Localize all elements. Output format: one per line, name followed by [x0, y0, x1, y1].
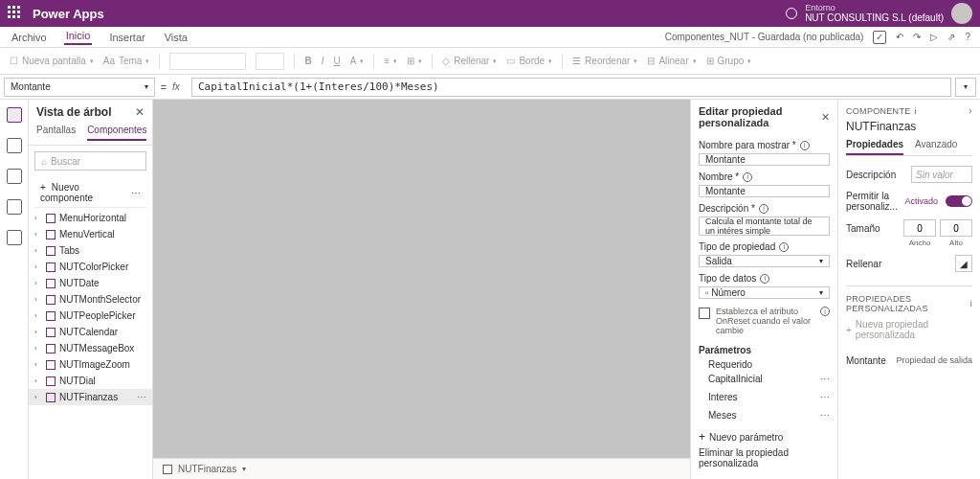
- fill-button[interactable]: ◇ Rellenar ▾: [442, 56, 497, 66]
- info-icon[interactable]: i: [915, 106, 917, 116]
- info-icon[interactable]: i: [760, 274, 769, 284]
- close-icon[interactable]: ✕: [821, 111, 830, 124]
- tree-tab-components[interactable]: Componentes: [87, 125, 146, 141]
- redo-icon[interactable]: ↷: [913, 32, 921, 42]
- align-group-button[interactable]: ⊟ Alinear ▾: [647, 56, 696, 66]
- tree-item[interactable]: ›MenuHorizontal: [29, 210, 152, 226]
- custom-prop-name[interactable]: Montante: [846, 355, 886, 366]
- tree-search-input[interactable]: ⌕ Buscar: [34, 151, 146, 171]
- border-button[interactable]: ▭ Borde ▾: [506, 56, 552, 66]
- param-row[interactable]: Interes⋯: [699, 388, 830, 406]
- height-input[interactable]: [940, 219, 972, 237]
- onreset-checkbox[interactable]: [699, 308, 710, 319]
- name-input[interactable]: Montante: [699, 185, 830, 197]
- align-button[interactable]: ≡▾: [384, 56, 397, 66]
- group-button[interactable]: ⊞ Grupo ▾: [706, 56, 752, 66]
- param-row[interactable]: Meses⋯: [699, 406, 830, 424]
- formula-input[interactable]: CapitalInicial*(1+(Interes/100)*Meses): [191, 78, 951, 97]
- fx-icon[interactable]: fx: [172, 81, 191, 92]
- insert-icon[interactable]: [7, 138, 22, 153]
- media-icon[interactable]: [7, 199, 22, 215]
- tree-item[interactable]: ›NUTCalendar: [29, 324, 152, 340]
- more-icon[interactable]: ⋯: [820, 374, 830, 384]
- tree-item[interactable]: ›NUTImageZoom: [29, 356, 152, 373]
- valign-button[interactable]: ⊞▾: [407, 56, 422, 66]
- delete-property-link[interactable]: Eliminar la propiedad personalizada: [699, 447, 830, 468]
- tree-panel: Vista de árbol ✕ Pantallas Componentes ⌕…: [29, 100, 153, 479]
- allow-customize-toggle[interactable]: [946, 195, 972, 207]
- param-row[interactable]: CapitalInicial⋯: [699, 370, 830, 388]
- help-icon[interactable]: ?: [965, 32, 970, 42]
- chevron-down-icon[interactable]: ▾: [242, 465, 246, 473]
- tree-item[interactable]: ›NUTDate: [29, 275, 152, 291]
- tree-item[interactable]: ›NUTPeoplePicker: [29, 308, 152, 324]
- description-input[interactable]: Calcula el montante total de un intéres …: [699, 217, 830, 236]
- data-type-select[interactable]: ▫ Número▾: [699, 286, 830, 299]
- tab-archivo[interactable]: Archivo: [10, 32, 49, 43]
- more-icon[interactable]: ⋯: [137, 392, 146, 402]
- data-type-label: Tipo de datosi: [699, 273, 830, 284]
- advanced-tools-icon[interactable]: [7, 230, 22, 245]
- share-icon[interactable]: ⇗: [947, 32, 955, 42]
- reorder-button[interactable]: ☰ Reordenar ▾: [572, 56, 637, 66]
- new-screen-button[interactable]: ☐ Nueva pantalla ▾: [10, 56, 94, 66]
- canvas[interactable]: NUTFinanzas ▾: [153, 100, 691, 479]
- new-custom-property-button[interactable]: +Nueva propiedad personalizada: [846, 319, 972, 340]
- info-icon[interactable]: i: [800, 141, 810, 150]
- font-color-button[interactable]: A▾: [350, 56, 365, 66]
- tree-close-icon[interactable]: ✕: [135, 105, 145, 119]
- tree-title: Vista de árbol: [36, 105, 135, 119]
- avatar[interactable]: [951, 3, 972, 24]
- formula-expand-icon[interactable]: ▾: [955, 78, 976, 97]
- component-list: ›MenuHorizontal ›MenuVertical ›Tabs ›NUT…: [29, 210, 152, 479]
- display-name-input[interactable]: Montante: [699, 153, 830, 166]
- more-icon[interactable]: ⋯: [131, 188, 141, 198]
- bold-button[interactable]: B: [304, 56, 311, 66]
- property-selector[interactable]: Montante▾: [4, 78, 155, 97]
- tree-tab-screens[interactable]: Pantallas: [36, 125, 76, 141]
- theme-button[interactable]: Aa Tema ▾: [103, 56, 150, 66]
- tree-view-icon[interactable]: [7, 107, 22, 123]
- fill-color-button[interactable]: ◢: [955, 255, 972, 272]
- tree-item[interactable]: ›NUTFinanzas⋯: [29, 389, 152, 405]
- component-name: NUTFinanzas: [846, 120, 972, 133]
- tab-vista[interactable]: Vista: [163, 32, 189, 43]
- font-size-selector[interactable]: [256, 53, 284, 70]
- doc-status: Componentes_NUT - Guardada (no publicada…: [665, 32, 864, 42]
- tree-item[interactable]: ›NUTMessageBox: [29, 340, 152, 356]
- environment-selector[interactable]: Entorno NUT CONSULTING S.L (default): [805, 4, 944, 24]
- properties-tab[interactable]: Propiedades: [846, 139, 903, 155]
- chevron-right-icon[interactable]: ›: [969, 105, 972, 116]
- font-selector[interactable]: [169, 53, 246, 70]
- tree-item[interactable]: ›NUTDial: [29, 373, 152, 389]
- info-icon[interactable]: i: [743, 172, 752, 182]
- left-rail: [0, 100, 29, 479]
- data-icon[interactable]: [7, 169, 22, 184]
- info-icon[interactable]: i: [820, 307, 830, 316]
- tree-item[interactable]: ›MenuVertical: [29, 226, 152, 242]
- tree-item[interactable]: ›NUTMonthSelector: [29, 291, 152, 308]
- undo-icon[interactable]: ↶: [896, 32, 903, 42]
- app-checker-icon[interactable]: ✓: [873, 31, 886, 44]
- play-icon[interactable]: ▷: [930, 32, 938, 42]
- tree-item[interactable]: ›Tabs: [29, 242, 152, 259]
- info-icon[interactable]: i: [970, 299, 972, 308]
- underline-button[interactable]: U: [333, 56, 340, 66]
- waffle-icon[interactable]: [8, 6, 23, 21]
- more-icon[interactable]: ⋯: [820, 410, 830, 421]
- environment-icon[interactable]: [786, 8, 797, 19]
- tab-insertar[interactable]: Insertar: [107, 32, 146, 43]
- property-type-select[interactable]: Salida▾: [699, 255, 830, 267]
- width-input[interactable]: [903, 219, 936, 237]
- description-prop-input[interactable]: Sin valor: [911, 166, 972, 183]
- info-icon[interactable]: i: [779, 242, 789, 252]
- more-icon[interactable]: ⋯: [820, 392, 830, 402]
- tab-inicio[interactable]: Inicio: [64, 30, 93, 45]
- info-icon[interactable]: i: [759, 204, 768, 214]
- new-component-button[interactable]: +Nuevo componente ⋯: [34, 178, 146, 208]
- tree-item[interactable]: ›NUTColorPicker: [29, 259, 152, 275]
- advanced-tab[interactable]: Avanzado: [915, 139, 957, 155]
- breadcrumb[interactable]: NUTFinanzas: [178, 464, 236, 474]
- italic-button[interactable]: I: [322, 56, 324, 66]
- new-param-button[interactable]: +Nuevo parámetro: [699, 430, 830, 444]
